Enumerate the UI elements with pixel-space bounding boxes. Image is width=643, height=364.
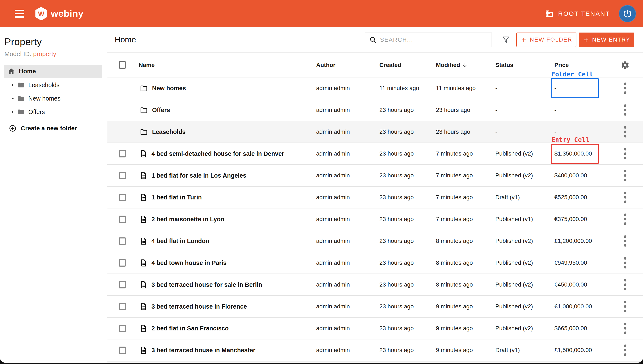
row-price-cell: -: [554, 99, 607, 121]
row-name-cell[interactable]: Offers: [139, 99, 316, 121]
column-header-status[interactable]: Status: [495, 53, 554, 77]
folder-icon: [140, 106, 148, 114]
row-checkbox[interactable]: [119, 238, 126, 245]
chevron-right-icon[interactable]: [11, 83, 15, 87]
table-body: New homesadmin admin11 minutes ago11 min…: [107, 78, 643, 361]
table-row-folder[interactable]: Offersadmin admin23 hours ago23 hours ag…: [107, 99, 643, 121]
table-header: Name Author Created Modified Status Pric…: [107, 53, 643, 78]
row-checkbox[interactable]: [119, 194, 126, 201]
kebab-menu-button[interactable]: [623, 212, 628, 226]
row-checkbox[interactable]: [119, 281, 126, 288]
row-checkbox[interactable]: [119, 303, 126, 310]
kebab-menu-button[interactable]: [623, 256, 628, 270]
column-header-created[interactable]: Created: [379, 53, 436, 77]
row-name-cell[interactable]: 3 bed terraced house in Florence: [139, 296, 316, 317]
row-price-value: €949,950.00: [554, 260, 587, 266]
table-row-folder[interactable]: Leaseholdsadmin admin23 hours ago23 hour…: [107, 121, 643, 143]
table-row-entry[interactable]: 1 bed flat for sale in Los Angelesadmin …: [107, 165, 643, 186]
create-folder-label: Create a new folder: [21, 125, 77, 132]
column-header-author[interactable]: Author: [316, 53, 379, 77]
row-name-cell[interactable]: 2 bed maisonette in Lyon: [139, 208, 316, 230]
kebab-menu-button[interactable]: [623, 81, 628, 95]
column-header-name[interactable]: Name: [139, 53, 316, 77]
row-author-cell: admin admin: [316, 318, 379, 339]
row-checkbox[interactable]: [119, 150, 126, 158]
row-name-cell[interactable]: 1 bed flat for sale in Los Angeles: [139, 165, 316, 186]
row-author-cell-value: admin admin: [316, 128, 350, 135]
row-price-cell: $400,000.00: [554, 165, 607, 186]
webiny-logo[interactable]: W webiny: [35, 6, 84, 21]
kebab-menu-button[interactable]: [623, 300, 628, 314]
user-avatar[interactable]: [619, 5, 636, 22]
row-created-cell: 23 hours ago: [379, 143, 436, 164]
row-price-value: $400,000.00: [554, 172, 587, 179]
row-checkbox[interactable]: [119, 325, 126, 332]
table-settings-button[interactable]: [620, 60, 630, 70]
row-actions-cell: [607, 340, 643, 361]
hamburger-menu-icon[interactable]: [15, 10, 24, 18]
chevron-right-icon[interactable]: [11, 110, 15, 114]
app-window: W webiny ROOT TENANT Property Model ID: …: [0, 0, 643, 363]
table-row-entry[interactable]: 3 bed terraced house in Manchesteradmin …: [107, 340, 643, 361]
search-input[interactable]: [380, 36, 488, 43]
table-row-entry[interactable]: 4 bed semi-detached house for sale in De…: [107, 143, 643, 165]
document-icon: [140, 258, 147, 267]
kebab-menu-button[interactable]: [623, 322, 628, 335]
row-name-cell[interactable]: 4 bed town house in Paris: [139, 252, 316, 274]
row-actions-cell: [607, 186, 643, 208]
table-row-entry[interactable]: 1 bed flat in Turinadmin admin23 hours a…: [107, 186, 643, 208]
row-name-cell[interactable]: 1 bed flat in Turin: [139, 186, 316, 208]
kebab-menu-button[interactable]: [623, 343, 628, 357]
table-row-entry[interactable]: 3 bed terraced house in Florenceadmin ad…: [107, 296, 643, 318]
sidebar-folder-item[interactable]: Offers: [0, 105, 107, 118]
row-modified-cell-value: 9 minutes ago: [436, 347, 473, 354]
row-name-cell[interactable]: 4 bed semi-detached house for sale in De…: [139, 143, 316, 164]
kebab-menu-button[interactable]: [623, 190, 628, 204]
chevron-right-icon[interactable]: [11, 96, 15, 100]
row-created-cell-value: 23 hours ago: [379, 260, 414, 266]
sidebar-item-home[interactable]: Home: [4, 65, 102, 78]
table-row-folder[interactable]: New homesadmin admin11 minutes ago11 min…: [107, 78, 643, 99]
row-name-cell[interactable]: 3 bed terraced house in Manchester: [139, 340, 316, 361]
row-name-cell[interactable]: New homes: [139, 78, 316, 99]
new-folder-label: NEW FOLDER: [530, 36, 572, 43]
row-checkbox[interactable]: [119, 259, 126, 266]
row-actions-cell: [607, 121, 643, 142]
table-row-entry[interactable]: 2 bed maisonette in Lyonadmin admin23 ho…: [107, 208, 643, 230]
sidebar-folder-label: New homes: [28, 95, 61, 102]
select-all-checkbox[interactable]: [119, 61, 126, 69]
create-folder-button[interactable]: Create a new folder: [0, 122, 77, 135]
column-header-modified[interactable]: Modified: [436, 53, 495, 77]
model-id-label: Model ID:: [5, 50, 31, 57]
row-checkbox[interactable]: [119, 346, 126, 354]
row-created-cell: 23 hours ago: [379, 165, 436, 186]
top-app-bar: W webiny ROOT TENANT: [0, 0, 643, 27]
kebab-menu-button[interactable]: [623, 234, 628, 248]
kebab-menu-button[interactable]: [623, 168, 628, 182]
kebab-menu-button[interactable]: [623, 125, 628, 139]
new-folder-button[interactable]: NEW FOLDER: [516, 32, 576, 47]
row-name-cell[interactable]: 4 bed flat in London: [139, 230, 316, 252]
table-row-entry[interactable]: 3 bed terraced house for sale in Berlina…: [107, 274, 643, 296]
table-row-entry[interactable]: 4 bed town house in Parisadmin admin23 h…: [107, 252, 643, 274]
kebab-menu-button[interactable]: [623, 278, 628, 292]
kebab-menu-button[interactable]: [623, 103, 628, 117]
tenant-selector[interactable]: ROOT TENANT: [545, 10, 610, 18]
row-name-cell[interactable]: 3 bed terraced house for sale in Berlin: [139, 274, 316, 295]
sidebar-folder-item[interactable]: Leaseholds: [0, 78, 107, 92]
table-row-entry[interactable]: 2 bed flat in San Franciscoadmin admin23…: [107, 318, 643, 340]
row-author-cell-value: admin admin: [316, 85, 350, 92]
filter-button[interactable]: [501, 35, 510, 44]
new-entry-button[interactable]: NEW ENTRY: [579, 32, 634, 47]
row-checkbox[interactable]: [119, 172, 126, 179]
document-icon: [140, 346, 147, 354]
column-header-price[interactable]: Price: [554, 53, 607, 77]
row-name-cell[interactable]: 2 bed flat in San Francisco: [139, 318, 316, 339]
row-name-cell[interactable]: Leaseholds: [139, 121, 316, 142]
row-created-cell-value: 11 minutes ago: [379, 85, 419, 92]
table-row-entry[interactable]: 4 bed flat in Londonadmin admin23 hours …: [107, 230, 643, 252]
kebab-menu-button[interactable]: [623, 147, 628, 160]
row-created-cell-value: 23 hours ago: [379, 281, 414, 288]
sidebar-folder-item[interactable]: New homes: [0, 92, 107, 105]
row-checkbox[interactable]: [119, 216, 126, 223]
